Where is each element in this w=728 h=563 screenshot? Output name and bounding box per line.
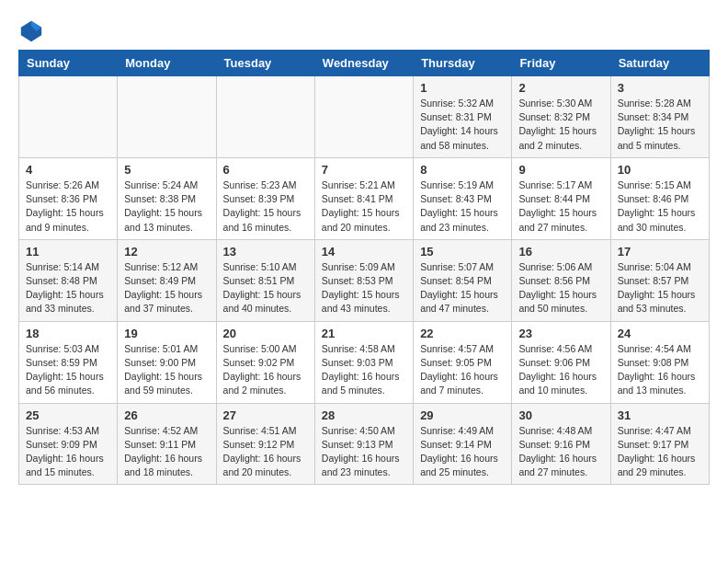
calendar-cell: 16Sunrise: 5:06 AM Sunset: 8:56 PM Dayli… [512,239,610,321]
calendar-cell: 1Sunrise: 5:32 AM Sunset: 8:31 PM Daylig… [414,76,512,158]
day-number: 20 [223,327,308,340]
day-number: 3 [618,81,702,95]
calendar-cell: 4Sunrise: 5:26 AM Sunset: 8:36 PM Daylig… [19,157,118,239]
day-number: 19 [124,327,209,340]
day-number: 25 [26,408,110,422]
day-info: Sunrise: 4:47 AM Sunset: 9:17 PM Dayligh… [618,424,702,480]
calendar-cell: 9Sunrise: 5:17 AM Sunset: 8:44 PM Daylig… [512,157,610,239]
day-info: Sunrise: 5:28 AM Sunset: 8:34 PM Dayligh… [618,97,702,153]
day-number: 29 [420,408,505,422]
day-number: 28 [322,408,406,422]
day-info: Sunrise: 5:15 AM Sunset: 8:46 PM Dayligh… [618,178,702,235]
day-info: Sunrise: 4:57 AM Sunset: 9:05 PM Dayligh… [420,342,505,398]
calendar-header-row: SundayMondayTuesdayWednesdayThursdayFrid… [19,51,710,76]
day-info: Sunrise: 5:32 AM Sunset: 8:31 PM Dayligh… [420,97,505,153]
calendar-cell [19,76,118,158]
calendar-week-row: 25Sunrise: 4:53 AM Sunset: 9:09 PM Dayli… [19,403,710,485]
day-info: Sunrise: 4:48 AM Sunset: 9:16 PM Dayligh… [518,424,603,480]
day-number: 24 [618,327,702,340]
day-number: 30 [518,408,603,422]
day-info: Sunrise: 5:10 AM Sunset: 8:51 PM Dayligh… [223,260,308,316]
calendar-cell: 3Sunrise: 5:28 AM Sunset: 8:34 PM Daylig… [610,76,709,158]
day-number: 1 [420,81,505,95]
calendar-cell: 14Sunrise: 5:09 AM Sunset: 8:53 PM Dayli… [314,239,413,321]
calendar-cell: 24Sunrise: 4:54 AM Sunset: 9:08 PM Dayli… [610,321,709,403]
day-number: 23 [518,327,603,340]
day-number: 21 [322,327,406,340]
day-number: 6 [223,163,308,177]
day-info: Sunrise: 5:23 AM Sunset: 8:39 PM Dayligh… [223,178,308,235]
day-number: 7 [322,163,406,177]
calendar-cell: 26Sunrise: 4:52 AM Sunset: 9:11 PM Dayli… [118,403,216,485]
calendar-cell: 17Sunrise: 5:04 AM Sunset: 8:57 PM Dayli… [610,239,709,321]
day-info: Sunrise: 5:06 AM Sunset: 8:56 PM Dayligh… [518,260,603,316]
day-info: Sunrise: 5:17 AM Sunset: 8:44 PM Dayligh… [518,178,603,235]
day-number: 18 [26,327,110,340]
day-info: Sunrise: 5:24 AM Sunset: 8:38 PM Dayligh… [124,178,209,235]
calendar-cell: 21Sunrise: 4:58 AM Sunset: 9:03 PM Dayli… [314,321,413,403]
day-info: Sunrise: 5:12 AM Sunset: 8:49 PM Dayligh… [124,260,209,316]
day-info: Sunrise: 5:21 AM Sunset: 8:41 PM Dayligh… [322,178,406,235]
calendar-cell: 25Sunrise: 4:53 AM Sunset: 9:09 PM Dayli… [19,403,118,485]
day-info: Sunrise: 4:49 AM Sunset: 9:14 PM Dayligh… [420,424,505,480]
day-info: Sunrise: 4:56 AM Sunset: 9:06 PM Dayligh… [518,342,603,398]
day-number: 2 [518,81,603,95]
calendar-cell: 28Sunrise: 4:50 AM Sunset: 9:13 PM Dayli… [314,403,413,485]
day-number: 14 [322,245,406,259]
day-info: Sunrise: 4:58 AM Sunset: 9:03 PM Dayligh… [322,342,406,398]
day-info: Sunrise: 5:14 AM Sunset: 8:48 PM Dayligh… [26,260,110,316]
day-info: Sunrise: 4:51 AM Sunset: 9:12 PM Dayligh… [223,424,308,480]
day-number: 16 [518,245,603,259]
day-of-week-header: Thursday [414,51,512,76]
calendar-cell: 30Sunrise: 4:48 AM Sunset: 9:16 PM Dayli… [512,403,610,485]
calendar-week-row: 4Sunrise: 5:26 AM Sunset: 8:36 PM Daylig… [19,157,710,239]
day-number: 22 [420,327,505,340]
calendar-cell [314,76,413,158]
calendar-cell: 19Sunrise: 5:01 AM Sunset: 9:00 PM Dayli… [118,321,216,403]
day-info: Sunrise: 5:26 AM Sunset: 8:36 PM Dayligh… [26,178,110,235]
calendar-week-row: 11Sunrise: 5:14 AM Sunset: 8:48 PM Dayli… [19,239,710,321]
day-info: Sunrise: 5:07 AM Sunset: 8:54 PM Dayligh… [420,260,505,316]
calendar-week-row: 18Sunrise: 5:03 AM Sunset: 8:59 PM Dayli… [19,321,710,403]
day-of-week-header: Sunday [19,51,118,76]
calendar-cell: 8Sunrise: 5:19 AM Sunset: 8:43 PM Daylig… [414,157,512,239]
day-number: 9 [518,163,603,177]
day-info: Sunrise: 4:52 AM Sunset: 9:11 PM Dayligh… [124,424,209,480]
day-number: 11 [26,245,110,259]
calendar-cell: 31Sunrise: 4:47 AM Sunset: 9:17 PM Dayli… [610,403,709,485]
day-of-week-header: Monday [118,51,216,76]
day-number: 13 [223,245,308,259]
day-info: Sunrise: 5:03 AM Sunset: 8:59 PM Dayligh… [26,342,110,398]
calendar-cell [118,76,216,158]
calendar-cell: 15Sunrise: 5:07 AM Sunset: 8:54 PM Dayli… [414,239,512,321]
day-number: 31 [618,408,702,422]
calendar-cell: 23Sunrise: 4:56 AM Sunset: 9:06 PM Dayli… [512,321,610,403]
day-of-week-header: Wednesday [314,51,413,76]
day-info: Sunrise: 5:00 AM Sunset: 9:02 PM Dayligh… [223,342,308,398]
calendar-cell: 29Sunrise: 4:49 AM Sunset: 9:14 PM Dayli… [414,403,512,485]
calendar-cell: 5Sunrise: 5:24 AM Sunset: 8:38 PM Daylig… [118,157,216,239]
calendar-cell [216,76,314,158]
day-number: 15 [420,245,505,259]
calendar-week-row: 1Sunrise: 5:32 AM Sunset: 8:31 PM Daylig… [19,76,710,158]
calendar-cell: 10Sunrise: 5:15 AM Sunset: 8:46 PM Dayli… [610,157,709,239]
calendar-cell: 6Sunrise: 5:23 AM Sunset: 8:39 PM Daylig… [216,157,314,239]
day-number: 10 [618,163,702,177]
day-info: Sunrise: 4:54 AM Sunset: 9:08 PM Dayligh… [618,342,702,398]
day-of-week-header: Tuesday [216,51,314,76]
calendar-cell: 22Sunrise: 4:57 AM Sunset: 9:05 PM Dayli… [414,321,512,403]
day-number: 17 [618,245,702,259]
day-info: Sunrise: 4:53 AM Sunset: 9:09 PM Dayligh… [26,424,110,480]
day-of-week-header: Friday [512,51,610,76]
day-info: Sunrise: 4:50 AM Sunset: 9:13 PM Dayligh… [322,424,406,480]
calendar-cell: 12Sunrise: 5:12 AM Sunset: 8:49 PM Dayli… [118,239,216,321]
day-info: Sunrise: 5:09 AM Sunset: 8:53 PM Dayligh… [322,260,406,316]
calendar-cell: 20Sunrise: 5:00 AM Sunset: 9:02 PM Dayli… [216,321,314,403]
day-number: 4 [26,163,110,177]
calendar-cell: 7Sunrise: 5:21 AM Sunset: 8:41 PM Daylig… [314,157,413,239]
day-number: 12 [124,245,209,259]
logo-icon [18,18,44,44]
day-number: 8 [420,163,505,177]
calendar-cell: 11Sunrise: 5:14 AM Sunset: 8:48 PM Dayli… [19,239,118,321]
calendar-table: SundayMondayTuesdayWednesdayThursdayFrid… [18,50,710,485]
